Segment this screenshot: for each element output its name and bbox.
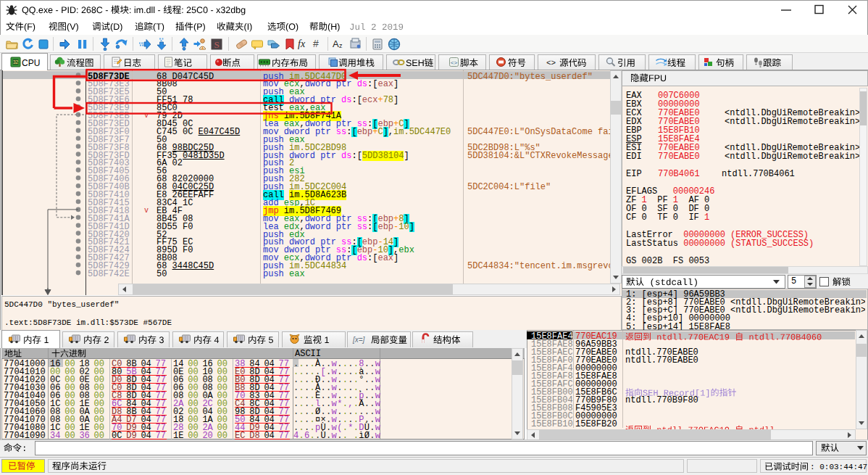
svg-text:fx: fx [298,38,306,49]
svg-text:z: z [339,42,343,49]
svg-text:32: 32 [13,59,19,65]
svg-text:S: S [214,39,219,50]
svg-text:#: # [313,38,319,49]
svg-text:A: A [333,38,339,49]
